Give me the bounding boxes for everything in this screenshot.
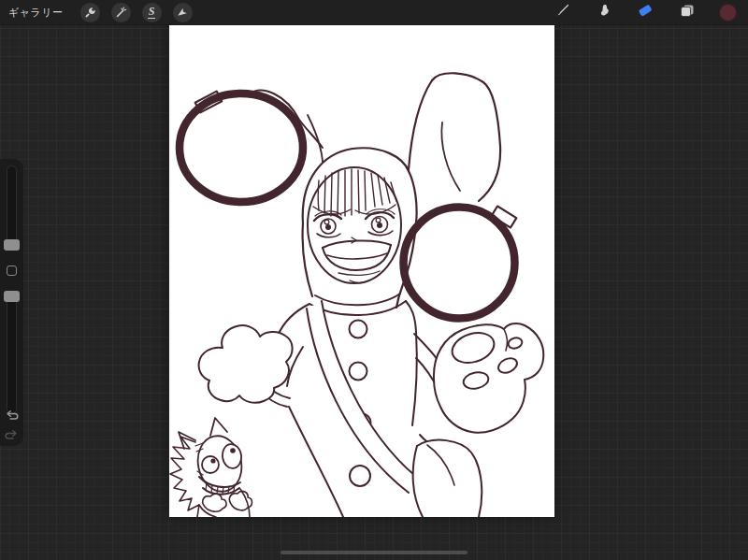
transform-arrow-icon	[177, 7, 189, 19]
right-thick-ring	[404, 207, 517, 319]
selection-s-icon: S	[148, 6, 156, 19]
brush-sidebar	[0, 159, 23, 446]
grinning-cat	[170, 418, 252, 517]
brush-size-handle[interactable]	[4, 239, 20, 251]
opacity-handle[interactable]	[4, 291, 20, 302]
bunny-hood	[303, 148, 417, 308]
paint-button[interactable]	[551, 0, 575, 24]
transform-button[interactable]	[173, 3, 193, 22]
undo-arrow-icon	[3, 411, 21, 427]
erase-button[interactable]	[633, 0, 657, 24]
toolbar-right-group	[542, 0, 748, 24]
actions-button[interactable]	[80, 3, 100, 22]
top-toolbar: ギャラリー S	[0, 0, 748, 25]
adjustments-button[interactable]	[111, 3, 131, 22]
left-ear-lines	[250, 91, 323, 173]
wrench-icon	[84, 7, 96, 19]
color-swatch	[719, 4, 737, 22]
brush-size-slider[interactable]	[7, 165, 17, 250]
color-button[interactable]	[715, 0, 740, 24]
opacity-slider[interactable]	[7, 291, 17, 414]
layers-icon	[679, 3, 695, 22]
hip-pouch	[413, 440, 482, 517]
paintbrush-icon	[555, 3, 570, 22]
selection-button[interactable]: S	[142, 3, 162, 22]
crossbody-sash	[307, 301, 420, 493]
modify-button[interactable]	[7, 266, 17, 276]
eraser-icon	[637, 3, 654, 22]
home-indicator[interactable]	[280, 551, 468, 554]
redo-arrow-icon	[3, 431, 21, 447]
gallery-button[interactable]: ギャラリー	[8, 6, 64, 20]
smudge-finger-icon	[597, 3, 611, 22]
smudge-button[interactable]	[592, 0, 616, 24]
layers-button[interactable]	[674, 0, 698, 24]
canvas-artwork	[169, 23, 554, 517]
bunny-ear	[409, 73, 500, 201]
redo-button[interactable]	[3, 429, 21, 444]
paw-mitten	[434, 323, 543, 433]
cloud-mitten	[199, 325, 293, 403]
undo-button[interactable]	[3, 409, 21, 424]
toolbar-left-group: ギャラリー S	[0, 3, 198, 22]
drawing-canvas[interactable]	[169, 23, 554, 517]
magic-wand-icon	[115, 7, 127, 19]
left-thick-ring	[180, 92, 303, 202]
